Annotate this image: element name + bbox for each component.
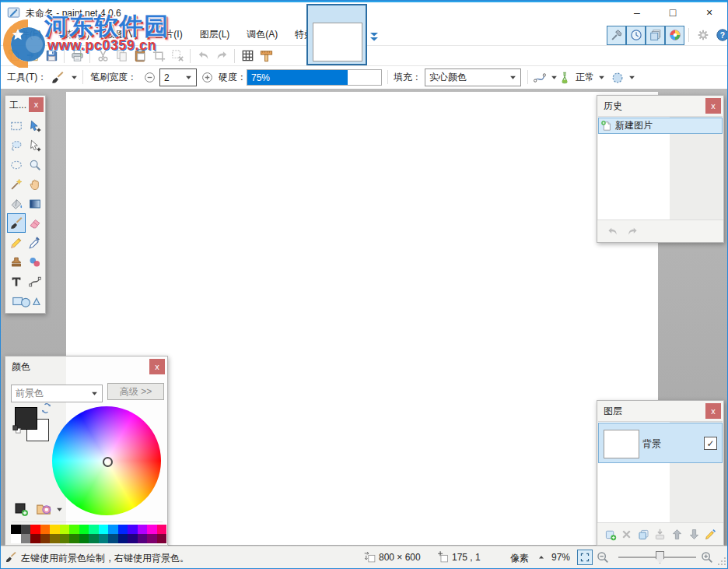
palette-swatch[interactable] xyxy=(40,525,51,534)
print-button[interactable] xyxy=(68,47,86,65)
advanced-colors-button[interactable]: 高级 >> xyxy=(107,383,164,400)
layers-toggle-button[interactable] xyxy=(646,26,665,45)
image-tab[interactable] xyxy=(306,4,367,65)
palette-swatch[interactable] xyxy=(40,534,51,543)
menu-item-file[interactable]: 文件(F) xyxy=(2,24,50,45)
palette-swatch[interactable] xyxy=(118,534,128,543)
hardness-slider[interactable]: 75% xyxy=(247,66,382,89)
palette-swatch[interactable] xyxy=(79,525,89,534)
palette-swatch[interactable] xyxy=(11,525,21,534)
blend-mode-button[interactable]: 正常 xyxy=(558,66,605,89)
palette-swatch[interactable] xyxy=(108,525,118,534)
add-layer-button[interactable] xyxy=(602,525,618,543)
tool-clone-stamp[interactable] xyxy=(7,252,26,272)
tool-magic-wand[interactable] xyxy=(7,174,26,194)
tool-lasso-select[interactable] xyxy=(7,135,26,155)
palette-swatch[interactable] xyxy=(99,534,109,543)
crop-button[interactable] xyxy=(149,47,168,65)
tool-ellipse-select[interactable] xyxy=(7,155,26,174)
cut-button[interactable] xyxy=(93,47,112,65)
image-list-chevron-icon[interactable] xyxy=(369,31,380,42)
colors-panel-close-button[interactable]: x xyxy=(149,359,165,374)
palette-menu-button[interactable] xyxy=(35,500,52,517)
layer-row[interactable]: 背景 ✓ xyxy=(598,423,723,463)
maximize-button[interactable]: □ xyxy=(655,1,691,24)
zoom-slider-thumb[interactable] xyxy=(656,551,664,564)
tool-rectangle-select[interactable] xyxy=(7,116,26,135)
palette-swatch[interactable] xyxy=(138,525,148,534)
palette-swatch[interactable] xyxy=(21,534,31,543)
settings-button[interactable] xyxy=(693,26,712,45)
merge-down-button[interactable] xyxy=(653,525,668,543)
move-layer-up-button[interactable] xyxy=(670,525,685,543)
open-button[interactable] xyxy=(23,47,42,65)
palette-swatch[interactable] xyxy=(30,534,40,543)
palette-swatch[interactable] xyxy=(138,534,148,543)
palette-swatch[interactable] xyxy=(60,534,70,543)
tool-color-picker[interactable] xyxy=(26,233,44,252)
brush-width-combo[interactable]: 2 xyxy=(159,66,197,89)
redo-button[interactable] xyxy=(212,47,231,65)
move-layer-down-button[interactable] xyxy=(686,525,702,543)
default-colors-icon[interactable] xyxy=(12,424,22,434)
tool-recolor[interactable] xyxy=(26,252,44,272)
history-undo-button[interactable] xyxy=(602,223,622,240)
save-button[interactable] xyxy=(42,47,61,65)
color-wheel-selector[interactable] xyxy=(103,457,113,467)
palette-swatch[interactable] xyxy=(128,534,138,543)
tool-paintbrush[interactable] xyxy=(7,213,26,233)
tool-pencil[interactable] xyxy=(7,233,26,252)
duplicate-layer-button[interactable] xyxy=(635,525,651,543)
layers-panel-close-button[interactable]: x xyxy=(705,403,721,419)
menu-item-adjustments[interactable]: 调色(A) xyxy=(238,24,286,45)
menu-item-edit[interactable]: 编辑(E) xyxy=(50,24,98,45)
palette-swatch[interactable] xyxy=(69,525,79,534)
tool-move-selected-pixels[interactable] xyxy=(26,116,44,135)
palette-swatch[interactable] xyxy=(128,525,138,534)
zoom-out-button[interactable] xyxy=(596,550,610,564)
brush-width-decrease-button[interactable] xyxy=(144,66,156,89)
tool-paint-bucket[interactable] xyxy=(7,194,26,213)
brush-width-increase-button[interactable] xyxy=(201,66,213,89)
palette-swatch[interactable] xyxy=(118,525,128,534)
menu-item-view[interactable]: 视图(V) xyxy=(98,24,146,45)
colors-toggle-button[interactable] xyxy=(665,26,684,45)
palette-swatch[interactable] xyxy=(99,525,109,534)
palette-swatch[interactable] xyxy=(89,534,99,543)
palette-swatch[interactable] xyxy=(108,534,118,543)
unit-caret-up-icon[interactable] xyxy=(538,554,544,560)
tool-line-curve[interactable] xyxy=(26,272,44,291)
ruler-button[interactable] xyxy=(257,47,275,65)
tools-toggle-button[interactable] xyxy=(607,26,626,45)
tool-shapes[interactable] xyxy=(7,291,44,311)
palette-caret-icon[interactable] xyxy=(56,506,63,513)
menu-item-layers[interactable]: 图层(L) xyxy=(191,24,239,45)
palette-swatch[interactable] xyxy=(11,534,21,543)
layer-visible-checkbox[interactable]: ✓ xyxy=(704,437,717,450)
palette-swatch[interactable] xyxy=(69,534,79,543)
deselect-button[interactable] xyxy=(168,47,187,65)
fill-style-combo[interactable]: 实心颜色 xyxy=(425,66,521,89)
palette-swatch[interactable] xyxy=(50,534,60,543)
tool-text[interactable] xyxy=(7,272,26,291)
palette-swatch[interactable] xyxy=(60,525,70,534)
add-color-button[interactable] xyxy=(13,501,29,517)
tool-gradient[interactable] xyxy=(26,194,44,213)
tools-panel-close-button[interactable]: x xyxy=(29,97,44,112)
minimize-button[interactable]: – xyxy=(619,1,655,24)
color-target-combo[interactable]: 前景色 xyxy=(11,382,103,405)
tool-eraser[interactable] xyxy=(26,213,44,233)
history-redo-button[interactable] xyxy=(622,223,642,240)
layer-properties-button[interactable] xyxy=(703,525,719,543)
menu-item-image[interactable]: 图片(I) xyxy=(146,24,191,45)
palette-swatch[interactable] xyxy=(79,534,89,543)
palette-swatch[interactable] xyxy=(157,534,167,543)
palette-swatch[interactable] xyxy=(147,525,157,534)
palette-swatch[interactable] xyxy=(147,534,157,543)
palette-swatch[interactable] xyxy=(30,525,40,534)
tool-zoom[interactable] xyxy=(26,155,44,174)
palette-swatch[interactable] xyxy=(50,525,60,534)
help-button[interactable]: ? xyxy=(712,26,728,45)
zoom-in-button[interactable] xyxy=(700,550,714,564)
palette-swatch[interactable] xyxy=(89,525,99,534)
